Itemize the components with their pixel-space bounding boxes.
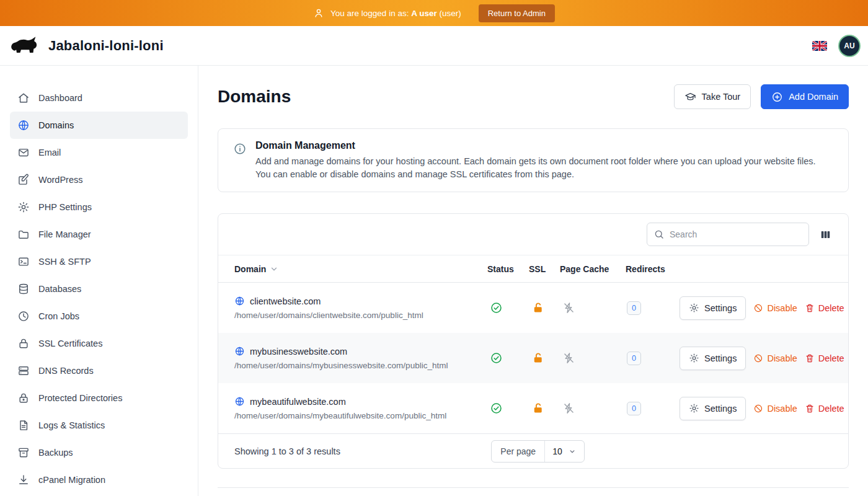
table-row: clientwebsite.com /home/user/domains/cli… [218,283,848,333]
sidebar-item-email[interactable]: Email [10,139,188,166]
graduation-cap-icon [684,91,696,103]
per-page-label: Per page [492,441,544,462]
sidebar-item-file-manager[interactable]: File Manager [10,221,188,248]
column-header-domain[interactable]: Domain [234,264,487,274]
page-cache-lightning-off-icon [562,402,575,415]
database-icon [17,283,30,295]
info-card-description: Add and manage domains for your hosting … [255,155,832,180]
folder-icon [17,228,30,241]
settings-button[interactable]: Settings [680,397,746,420]
add-domain-button[interactable]: Add Domain [761,84,849,109]
search-icon [653,229,665,240]
delete-button[interactable]: Delete [805,353,844,363]
info-icon [233,142,247,156]
sidebar-item-dashboard[interactable]: Dashboard [10,84,188,112]
gear-icon [689,403,699,414]
avatar[interactable]: AU [839,36,859,56]
main-content: Domains Take Tour Add Domain Domain Mana… [198,66,868,496]
return-to-admin-button[interactable]: Return to Admin [479,4,555,22]
sidebar-item-php-settings[interactable]: PHP Settings [10,193,188,221]
home-icon [17,92,30,104]
sidebar-item-wordpress[interactable]: WordPress [10,166,188,193]
app-header: Jabaloni-loni-loni AU [0,26,868,66]
trash-icon [805,303,815,313]
results-count: Showing 1 to 3 of 3 results [234,446,491,456]
banner-user-name: A user [411,9,437,18]
sidebar-item-protected-directories[interactable]: Protected Directories [10,384,188,412]
ban-icon [753,353,763,363]
table-toolbar [218,214,848,255]
search-input[interactable] [647,223,809,246]
padlock-keyhole-icon [17,392,30,404]
status-check-circle-icon [490,352,503,365]
download-icon [17,474,30,486]
terminal-icon [17,255,30,268]
domain-name: mybeautifulwebsite.com [250,397,346,407]
info-card: Domain Management Add and manage domains… [218,128,849,192]
document-icon [17,419,30,432]
sidebar-item-domains[interactable]: Domains [10,112,188,139]
sidebar-item-logs-statistics[interactable]: Logs & Statistics [10,412,188,439]
domain-path: /home/user/domains/mybeautifulwebsite.co… [234,411,487,420]
column-header-redirects: Redirects [626,264,680,274]
domains-table-card: Domain Status SSL Page Cache Redirects c… [218,213,849,469]
globe-icon [234,396,245,407]
trash-icon [805,353,815,363]
page-cache-lightning-off-icon [562,301,575,314]
status-check-circle-icon [490,402,503,415]
sidebar-item-backups[interactable]: Backups [10,439,188,466]
column-header-ssl: SSL [529,264,560,274]
domain-name: clientwebsite.com [250,296,321,306]
delete-button[interactable]: Delete [805,303,844,313]
banner-user-role: (user) [439,9,461,18]
sidebar-item-ssh-sftp[interactable]: SSH & SFTP [10,248,188,275]
pencil-icon [17,174,30,186]
ban-icon [753,404,763,414]
table-header-row: Domain Status SSL Page Cache Redirects [218,255,848,283]
banner-message: You are logged in as: A user (user) [330,9,461,18]
columns-toggle-button[interactable] [818,227,833,242]
per-page-control: Per page 10 [491,440,584,463]
settings-button[interactable]: Settings [680,347,746,370]
chevron-down-icon [270,265,278,273]
brand-logo-boar-icon [10,34,41,58]
gear-icon [17,201,30,213]
take-tour-button[interactable]: Take Tour [674,84,751,109]
lock-icon [17,337,30,350]
table-row: mybusinesswebsite.com /home/user/domains… [218,333,848,383]
per-page-select[interactable]: 10 [544,441,584,462]
search-box [647,223,809,246]
sidebar-item-cpanel-migration[interactable]: cPanel Migration [10,466,188,494]
redirects-badge: 0 [627,352,641,365]
trash-icon [805,404,815,414]
redirects-badge: 0 [627,301,641,315]
sidebar-item-ssl-certificates[interactable]: SSL Certificates [10,330,188,357]
language-flag-icon[interactable] [812,41,827,51]
sidebar-item-dns-records[interactable]: DNS Records [10,357,188,384]
disable-button[interactable]: Disable [753,404,797,414]
brand-title: Jabaloni-loni-loni [48,38,164,54]
ban-icon [753,303,763,313]
chevron-down-icon [568,447,577,456]
column-header-page-cache: Page Cache [560,264,626,274]
page-title: Domains [218,87,291,107]
settings-button[interactable]: Settings [680,296,746,320]
column-header-status: Status [487,264,529,274]
table-footer: Showing 1 to 3 of 3 results Per page 10 [218,433,848,468]
user-icon [313,7,324,19]
clock-icon [17,310,30,322]
sidebar: Dashboard Domains Email WordPress PHP Se… [0,66,198,496]
sidebar-item-databases[interactable]: Databases [10,275,188,303]
gear-icon [689,303,699,313]
server-icon [17,365,30,377]
domain-name: mybusinesswebsite.com [250,347,347,356]
delete-button[interactable]: Delete [805,404,844,414]
gear-icon [689,353,699,363]
page-cache-lightning-off-icon [562,352,575,365]
redirects-badge: 0 [627,402,641,415]
globe-icon [17,119,30,131]
sidebar-item-cron-jobs[interactable]: Cron Jobs [10,303,188,330]
footer-divider [218,487,849,494]
disable-button[interactable]: Disable [753,353,797,363]
disable-button[interactable]: Disable [753,303,797,313]
